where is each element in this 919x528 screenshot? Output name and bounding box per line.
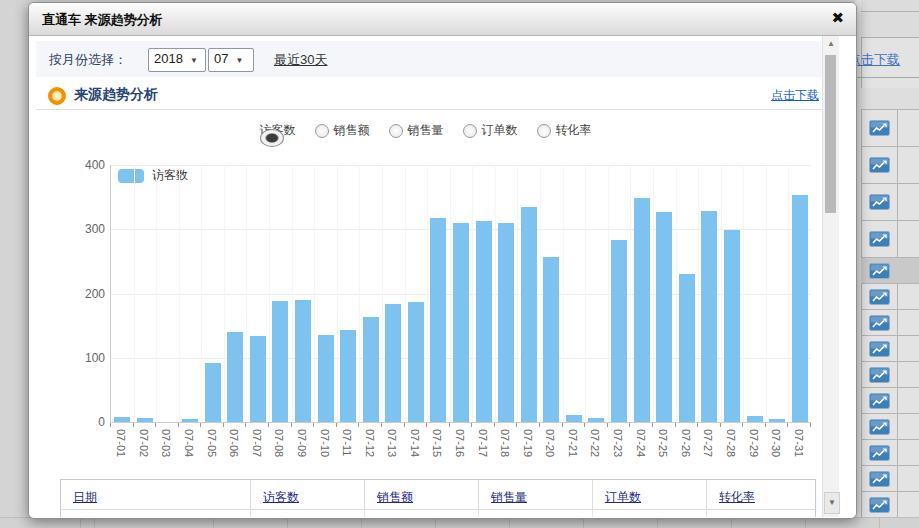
metric-radio-销售量[interactable]: 销售量 (389, 122, 444, 139)
column-sort-link[interactable]: 日期 (73, 490, 97, 504)
column-sort-link[interactable]: 访客数 (263, 490, 299, 504)
column-sort-link[interactable]: 转化率 (719, 490, 755, 504)
trend-chart-icon[interactable] (869, 367, 890, 383)
bar[interactable] (634, 198, 650, 422)
scrollbar-up-icon[interactable]: ▲ (823, 39, 839, 48)
bg-table-row (861, 310, 919, 336)
trend-chart-icon[interactable] (869, 445, 890, 461)
trend-chart-icon[interactable] (869, 120, 890, 136)
metric-radio-转化率[interactable]: 转化率 (537, 122, 592, 139)
x-tick (697, 423, 698, 427)
x-tick (313, 423, 314, 427)
bar[interactable] (363, 317, 379, 422)
bar[interactable] (521, 207, 537, 422)
bar[interactable] (476, 221, 492, 422)
scrollbar-thumb[interactable] (825, 55, 836, 213)
scrollbar-down-icon[interactable]: ▼ (824, 492, 840, 514)
trend-analysis-dialog: 直通车 来源趋势分析 ✖ 按月份选择： 2018▼ 07▼ 最近30天 来源趋势… (28, 2, 857, 519)
x-tick (133, 423, 134, 427)
table-header-cell: 日期 (61, 480, 251, 510)
radio-button-icon[interactable] (537, 124, 551, 138)
bar[interactable] (679, 274, 695, 422)
radio-button-icon[interactable] (315, 124, 329, 138)
bar[interactable] (724, 230, 740, 422)
column-sort-link[interactable]: 订单数 (605, 490, 641, 504)
trend-chart-icon[interactable] (869, 157, 890, 173)
bar[interactable] (318, 335, 334, 422)
vertical-scrollbar[interactable]: ▲ ▼ (822, 36, 839, 517)
bar[interactable] (137, 418, 153, 422)
y-tick-label: 300 (63, 222, 105, 236)
trend-chart-icon[interactable] (869, 289, 890, 305)
gridline (111, 165, 811, 166)
year-select[interactable]: 2018▼ (148, 48, 206, 72)
trend-chart-icon[interactable] (869, 231, 890, 247)
trend-chart-icon[interactable] (869, 497, 890, 513)
bar[interactable] (385, 304, 401, 422)
radio-button-icon[interactable] (463, 124, 477, 138)
bar[interactable] (566, 415, 582, 422)
bar[interactable] (453, 223, 469, 422)
trend-chart-icon[interactable] (869, 471, 890, 487)
download-link[interactable]: 点击下载 (771, 87, 819, 104)
gridline (134, 165, 135, 422)
metric-radio-销售额[interactable]: 销售额 (315, 122, 370, 139)
metric-radio-订单数[interactable]: 订单数 (463, 122, 518, 139)
bar[interactable] (701, 211, 717, 422)
bar[interactable] (430, 218, 446, 422)
bg-download-link[interactable]: 点击下载 (855, 51, 900, 69)
bar[interactable] (408, 302, 424, 422)
bar[interactable] (205, 363, 221, 422)
x-tick (539, 423, 540, 427)
bar[interactable] (498, 223, 514, 422)
bar[interactable] (227, 332, 243, 422)
bar[interactable] (182, 419, 198, 422)
gridline (472, 165, 473, 422)
metric-radio-访客数[interactable]: 访客数 (260, 122, 296, 139)
table-cell-stub (251, 510, 365, 517)
radio-button-icon[interactable] (260, 129, 284, 147)
trend-chart-icon[interactable] (869, 315, 890, 331)
x-tick (562, 423, 563, 427)
gridline (630, 165, 631, 422)
radio-label: 销售额 (334, 122, 370, 139)
bar[interactable] (611, 240, 627, 422)
x-tick (223, 423, 224, 427)
dialog-titlebar: 直通车 来源趋势分析 ✖ (29, 3, 856, 36)
bar[interactable] (543, 257, 559, 422)
bg-column-border (213, 518, 214, 528)
trend-chart-icon[interactable] (869, 419, 890, 435)
bg-column-border (731, 518, 732, 528)
x-tick (155, 423, 156, 427)
gridline (156, 165, 157, 422)
x-tick (178, 423, 179, 427)
trend-chart-icon[interactable] (869, 393, 890, 409)
gridline (743, 165, 744, 422)
dialog-title: 直通车 来源趋势分析 (42, 11, 163, 29)
column-sort-link[interactable]: 销售额 (377, 490, 413, 504)
x-tick (494, 423, 495, 427)
close-icon[interactable]: ✖ (831, 9, 844, 27)
column-sort-link[interactable]: 销售量 (491, 490, 527, 504)
trend-chart-icon[interactable] (869, 194, 890, 210)
bar[interactable] (747, 416, 763, 422)
bar[interactable] (769, 419, 785, 422)
bar[interactable] (792, 195, 808, 422)
month-select[interactable]: 07▼ (208, 48, 254, 72)
radio-button-icon[interactable] (389, 124, 403, 138)
x-tick (110, 423, 111, 427)
bar[interactable] (272, 301, 288, 422)
bar[interactable] (588, 418, 604, 422)
gridline (337, 165, 338, 422)
bg-table-header-cell (861, 88, 919, 110)
bar[interactable] (340, 330, 356, 422)
bar[interactable] (250, 336, 266, 422)
gridline (292, 165, 293, 422)
bar[interactable] (656, 212, 672, 422)
bar[interactable] (295, 300, 311, 422)
recent-30-days-link[interactable]: 最近30天 (274, 51, 327, 69)
bar[interactable] (114, 417, 130, 422)
trend-chart-icon[interactable] (869, 341, 890, 357)
trend-chart-icon[interactable] (869, 263, 890, 279)
x-tick (720, 423, 721, 427)
